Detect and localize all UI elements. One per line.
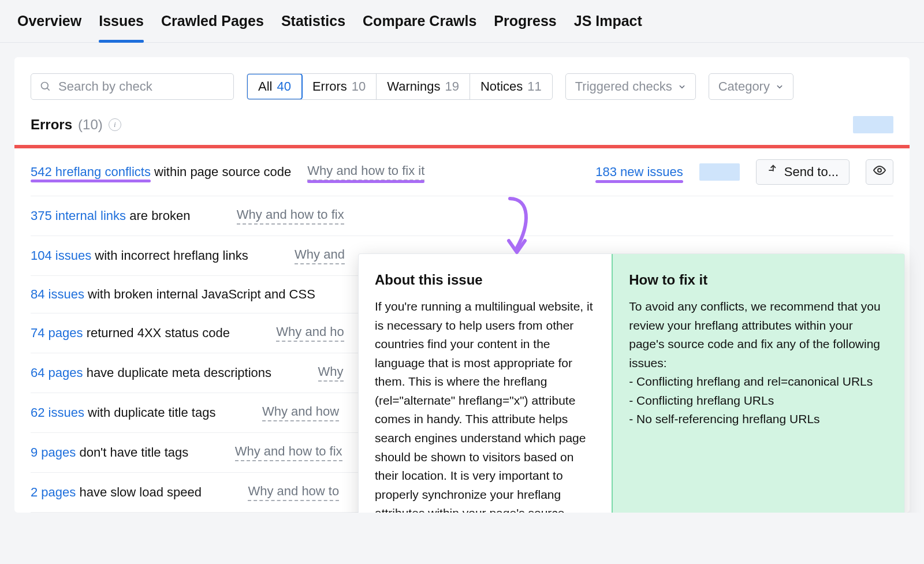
filter-row: Search by check All 40 Errors 10 Warning…: [31, 73, 893, 100]
issue-link[interactable]: 9 pages: [31, 445, 76, 460]
issue-link[interactable]: 84 issues: [31, 287, 84, 301]
issue-row: 542 hreflang conflicts within page sourc…: [31, 148, 893, 196]
issue-title[interactable]: 74 pages returned 4XX status code: [31, 326, 230, 341]
tab-compare-crawls[interactable]: Compare Crawls: [363, 13, 476, 42]
issue-title[interactable]: 375 internal links are broken: [31, 208, 190, 223]
issue-link[interactable]: 64 pages: [31, 365, 83, 380]
issue-sparkline: [699, 163, 740, 181]
filter-all-label: All: [258, 79, 272, 94]
filter-warnings-label: Warnings: [387, 79, 440, 94]
search-placeholder: Search by check: [58, 79, 152, 94]
filter-warnings-count: 19: [445, 79, 459, 94]
svg-point-2: [878, 169, 881, 172]
tab-crawled-pages[interactable]: Crawled Pages: [161, 13, 264, 42]
hide-issue-button[interactable]: [866, 159, 893, 185]
eye-icon: [873, 163, 886, 181]
issue-type-filter: All 40 Errors 10 Warnings 19 Notices 11: [247, 73, 553, 100]
filter-notices[interactable]: Notices 11: [470, 74, 552, 99]
why-and-how-link[interactable]: Why and how to fix it: [307, 163, 424, 181]
issue-title[interactable]: 64 pages have duplicate meta description…: [31, 365, 271, 380]
about-column: About this issue If you're running a mul…: [359, 254, 612, 513]
tab-statistics[interactable]: Statistics: [281, 13, 345, 42]
tab-issues[interactable]: Issues: [99, 13, 144, 42]
issue-title[interactable]: 9 pages don't have title tags: [31, 445, 188, 460]
share-icon: [767, 165, 778, 180]
issue-title[interactable]: 84 issues with broken internal JavaScrip…: [31, 287, 315, 302]
fix-heading: How to fix it: [629, 269, 888, 290]
top-tabs: Overview Issues Crawled Pages Statistics…: [0, 0, 924, 43]
about-text: If you're running a multilingual website…: [375, 297, 595, 513]
triggered-checks-dropdown[interactable]: Triggered checks: [565, 73, 696, 100]
fix-bullet: - Conflicting hreflang URLs: [629, 391, 888, 410]
chevron-down-icon: [678, 83, 686, 91]
errors-heading: Errors (10) i: [31, 116, 893, 133]
tab-overview[interactable]: Overview: [17, 13, 81, 42]
issue-row: 375 internal links are broken Why and ho…: [31, 196, 893, 236]
issue-rest: have slow load speed: [76, 485, 202, 499]
fix-bullet: - No self-referencing hreflang URLs: [629, 410, 888, 429]
svg-line-1: [47, 88, 50, 91]
search-input[interactable]: Search by check: [31, 73, 234, 100]
fix-bullet: - Conflicting hreflang and rel=canonical…: [629, 372, 888, 391]
issue-rest: have duplicate meta descriptions: [83, 365, 272, 380]
filter-errors-count: 10: [352, 79, 366, 94]
tab-progress[interactable]: Progress: [494, 13, 556, 42]
why-and-how-link[interactable]: Why and how: [262, 404, 339, 421]
send-to-label: Send to...: [784, 165, 839, 180]
chevron-down-icon: [776, 83, 784, 91]
new-issues-link[interactable]: 183 new issues: [595, 165, 683, 180]
issue-title[interactable]: 542 hreflang conflicts within page sourc…: [31, 165, 291, 180]
category-dropdown[interactable]: Category: [709, 73, 793, 100]
issue-title[interactable]: 62 issues with duplicate title tags: [31, 405, 215, 420]
why-and-how-link[interactable]: Why and how to: [248, 484, 339, 501]
search-icon: [40, 81, 51, 92]
tab-js-impact[interactable]: JS Impact: [574, 13, 642, 42]
filter-warnings[interactable]: Warnings 19: [377, 74, 470, 99]
issue-tooltip: About this issue If you're running a mul…: [358, 253, 905, 513]
filter-errors[interactable]: Errors 10: [302, 74, 377, 99]
filter-notices-count: 11: [527, 79, 541, 94]
about-heading: About this issue: [375, 269, 595, 290]
why-and-how-link[interactable]: Why and how to fix: [235, 444, 342, 461]
fix-column: How to fix it To avoid any conflicts, we…: [612, 254, 904, 513]
issue-title[interactable]: 104 issues with incorrect hreflang links: [31, 248, 248, 263]
issue-rest: with incorrect hreflang links: [91, 248, 248, 263]
filter-notices-label: Notices: [480, 79, 523, 94]
send-to-button[interactable]: Send to...: [756, 159, 850, 185]
issue-title[interactable]: 2 pages have slow load speed: [31, 485, 202, 500]
issue-rest: with duplicate title tags: [84, 405, 215, 420]
issue-rest: returned 4XX status code: [83, 326, 230, 340]
fix-intro: To avoid any conflicts, we recommend tha…: [629, 297, 888, 372]
issue-link[interactable]: 375 internal links: [31, 208, 126, 223]
svg-point-0: [42, 83, 49, 89]
why-and-how-link[interactable]: Why and: [295, 247, 345, 264]
issue-link[interactable]: 104 issues: [31, 248, 91, 263]
why-and-how-link[interactable]: Why and how to fix: [237, 207, 344, 225]
filter-all-count: 40: [277, 79, 290, 94]
why-and-how-link[interactable]: Why: [318, 364, 344, 382]
errors-sparkline: [853, 116, 893, 133]
why-and-how-link[interactable]: Why and ho: [276, 324, 344, 342]
issue-rest: are broken: [126, 208, 190, 223]
issue-rest: don't have title tags: [76, 445, 188, 460]
category-label: Category: [718, 79, 770, 94]
issue-link[interactable]: 62 issues: [31, 405, 84, 420]
issue-rest: within page source code: [151, 165, 291, 179]
issues-panel: Search by check All 40 Errors 10 Warning…: [14, 57, 910, 513]
errors-heading-count: (10): [78, 117, 103, 133]
issue-link[interactable]: 2 pages: [31, 485, 76, 499]
issue-link[interactable]: 74 pages: [31, 326, 83, 340]
issue-link[interactable]: 542 hreflang conflicts: [31, 165, 151, 179]
issue-rest: with broken internal JavaScript and CSS: [84, 287, 315, 301]
filter-all[interactable]: All 40: [247, 73, 303, 100]
errors-heading-label: Errors: [31, 117, 72, 133]
annotation-arrow: [498, 196, 539, 262]
filter-errors-label: Errors: [312, 79, 347, 94]
triggered-checks-label: Triggered checks: [575, 79, 672, 94]
info-icon[interactable]: i: [109, 118, 121, 131]
